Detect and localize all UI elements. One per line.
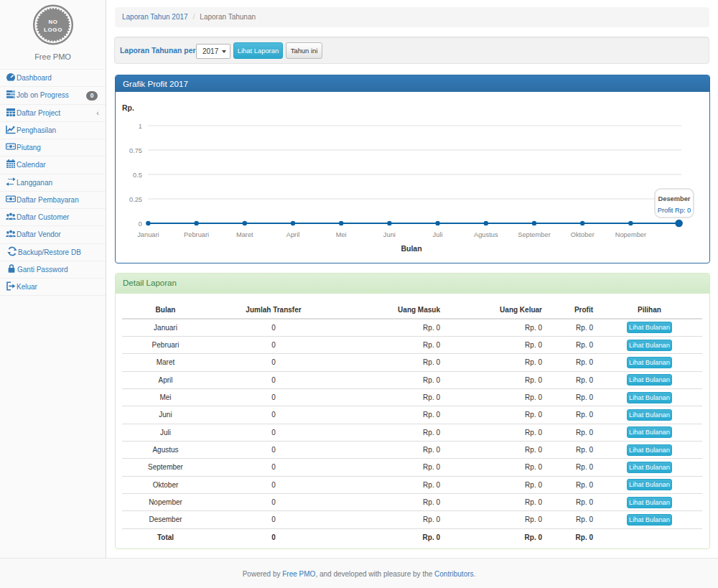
svg-text:April: April — [286, 231, 300, 238]
svg-text:Juni: Juni — [383, 231, 396, 238]
svg-text:0: 0 — [139, 220, 142, 228]
svg-text:Agustus: Agustus — [474, 231, 498, 238]
svg-text:0.75: 0.75 — [129, 147, 142, 154]
svg-text:September: September — [518, 231, 550, 238]
svg-text:Desember: Desember — [658, 195, 691, 202]
svg-text:Mei: Mei — [336, 231, 347, 238]
svg-text:Maret: Maret — [236, 231, 253, 238]
svg-text:0.25: 0.25 — [129, 196, 142, 203]
svg-text:0.5: 0.5 — [133, 172, 142, 179]
svg-text:Juli: Juli — [433, 231, 443, 238]
svg-text:Bulan: Bulan — [401, 244, 421, 253]
svg-text:Nopember: Nopember — [615, 231, 646, 238]
svg-text:1: 1 — [139, 123, 142, 130]
svg-text:Rp.: Rp. — [122, 103, 134, 112]
svg-text:Pebruari: Pebruari — [184, 231, 209, 238]
svg-text:Oktober: Oktober — [571, 231, 595, 238]
svg-text:Januari: Januari — [137, 231, 159, 238]
svg-text:NO: NO — [48, 19, 57, 25]
svg-text:Profit Rp: 0: Profit Rp: 0 — [658, 207, 691, 214]
svg-text:LOGO: LOGO — [44, 27, 62, 33]
